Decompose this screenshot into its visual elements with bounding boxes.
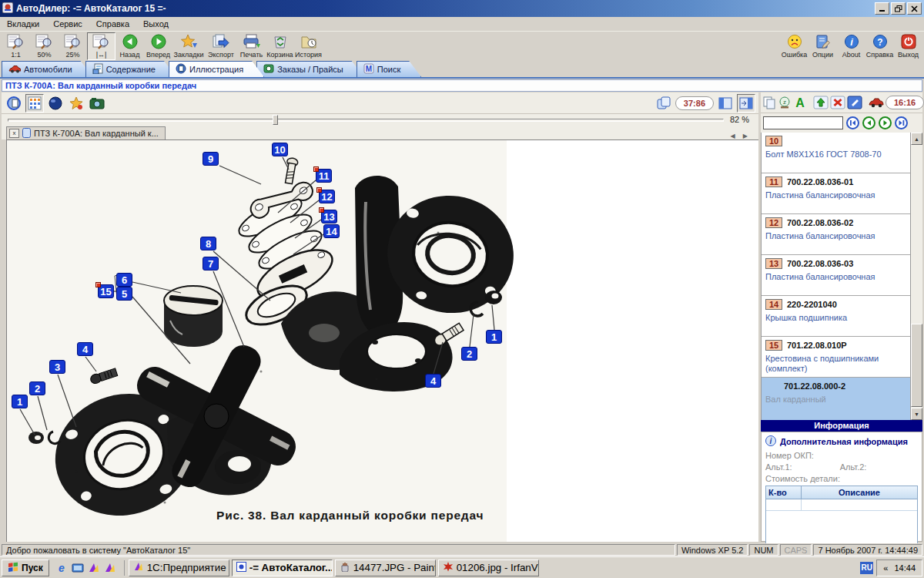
language-indicator[interactable]: RU bbox=[860, 562, 873, 574]
parts-scrollbar[interactable]: ▲ ▼ bbox=[910, 133, 922, 420]
tab-illustration[interactable]: Иллюстрация bbox=[169, 61, 264, 77]
callout-label-2[interactable]: 2 bbox=[461, 347, 477, 361]
history-button[interactable]: История bbox=[294, 32, 323, 60]
callout-label-15[interactable]: 15 bbox=[98, 284, 114, 298]
nav-first-button[interactable] bbox=[845, 116, 859, 130]
exit-button[interactable]: Выход bbox=[894, 32, 922, 60]
part-row[interactable]: 10Болт М8Х1Х16 ГОСТ 7808-70 bbox=[762, 133, 922, 173]
1c-quick-icon-2[interactable] bbox=[103, 561, 117, 575]
menu-service[interactable]: Сервис bbox=[46, 18, 89, 30]
options-button[interactable]: Опции bbox=[808, 32, 837, 60]
callout-label-7[interactable]: 7 bbox=[203, 257, 219, 271]
nav-last-button[interactable] bbox=[894, 116, 908, 130]
zoom-slider-track[interactable] bbox=[8, 119, 724, 122]
panel-left-icon[interactable] bbox=[716, 94, 735, 113]
scroll-thumb[interactable] bbox=[911, 324, 922, 407]
callout-label-1[interactable]: 1 bbox=[12, 395, 28, 408]
ie-icon[interactable]: e bbox=[55, 561, 69, 575]
help-button[interactable]: ?Справка bbox=[865, 32, 894, 60]
part-name: Болт М8Х1Х16 ГОСТ 7808-70 bbox=[765, 150, 919, 160]
callout-label-12[interactable]: 12 bbox=[319, 190, 335, 203]
camera-icon[interactable] bbox=[88, 94, 106, 113]
doc-scroll-arrows[interactable]: ◀ ▶ bbox=[730, 133, 751, 139]
1c-quick-icon[interactable] bbox=[87, 561, 101, 575]
main-toolbar: 1:1 50% 25% |↔| Назад Вперед Закладки Эк… bbox=[0, 32, 924, 61]
part-row-selected[interactable]: 701.22.08.000-2Вал карданный bbox=[762, 378, 922, 420]
zoom-fit-button[interactable]: |↔| bbox=[87, 32, 116, 60]
task-paint[interactable]: 14477.JPG - Paint bbox=[335, 560, 436, 576]
export-button[interactable]: Экспорт bbox=[205, 32, 237, 60]
menu-exit[interactable]: Выход bbox=[136, 18, 176, 30]
scroll-up-icon[interactable]: ▲ bbox=[911, 133, 922, 145]
callout-label-13[interactable]: 13 bbox=[321, 210, 337, 223]
task-autocatalog[interactable]: -= АвтоКаталог... bbox=[232, 560, 333, 576]
tab-contents[interactable]: Содержание bbox=[85, 61, 176, 77]
callout-label-2[interactable]: 2 bbox=[29, 381, 45, 395]
pages-icon[interactable] bbox=[654, 94, 673, 113]
tab-search[interactable]: MПоиск bbox=[357, 61, 421, 77]
menu-bar: Вкладки Сервис Справка Выход bbox=[0, 17, 924, 32]
task-irfanview[interactable]: 01206.jpg - IrfanVi... bbox=[438, 560, 539, 576]
info-subheader: i Дополнительная информация bbox=[765, 435, 918, 448]
zoom-50-button[interactable]: 50% bbox=[30, 32, 59, 60]
cart-button[interactable]: Корзина bbox=[266, 32, 294, 60]
edit-icon[interactable] bbox=[847, 94, 862, 111]
tab-orders-prices[interactable]: Заказы / Прайсы bbox=[256, 61, 364, 77]
callout-label-5[interactable]: 5 bbox=[116, 287, 132, 301]
print-button[interactable]: Печать bbox=[237, 32, 266, 60]
part-row[interactable]: 14220-2201040Крышка подшипника bbox=[762, 296, 922, 337]
move-up-icon[interactable] bbox=[813, 94, 829, 111]
minimize-button[interactable] bbox=[875, 2, 889, 15]
scroll-down-icon[interactable]: ▼ bbox=[911, 408, 922, 420]
description-column-header[interactable]: Описание bbox=[802, 486, 917, 499]
back-button[interactable]: Назад bbox=[116, 32, 144, 60]
parts-search-input[interactable] bbox=[763, 116, 843, 129]
start-button[interactable]: Пуск bbox=[2, 560, 49, 576]
view-mode-icon[interactable] bbox=[5, 94, 23, 113]
star-bookmark-icon[interactable] bbox=[67, 94, 85, 113]
menu-help[interactable]: Справка bbox=[89, 18, 136, 30]
error-button[interactable]: Ошибка bbox=[780, 32, 808, 60]
restore-button[interactable] bbox=[891, 2, 906, 15]
copy-icon[interactable] bbox=[762, 94, 776, 111]
close-button[interactable] bbox=[907, 2, 922, 15]
nav-prev-button[interactable] bbox=[862, 116, 875, 130]
font-icon[interactable]: A bbox=[793, 94, 807, 111]
part-number-badge: 10 bbox=[765, 136, 782, 146]
about-button[interactable]: iAbout bbox=[837, 32, 865, 60]
part-row[interactable]: 13700.22.08.036-03Пластина балансировочн… bbox=[762, 255, 922, 296]
vehicle-icon[interactable] bbox=[869, 94, 884, 111]
zoom-1-1-button[interactable]: 1:1 bbox=[2, 32, 30, 60]
tray-chevron[interactable]: « bbox=[883, 563, 888, 573]
nav-next-button[interactable] bbox=[878, 116, 892, 130]
stamp-icon[interactable]: z bbox=[778, 94, 792, 111]
part-row[interactable]: 12700.22.08.036-02Пластина балансировочн… bbox=[762, 214, 922, 255]
callout-label-4[interactable]: 4 bbox=[425, 374, 441, 388]
doc-close-icon[interactable]: x bbox=[9, 129, 19, 138]
qty-column-header[interactable]: К-во bbox=[766, 486, 802, 499]
sphere-icon[interactable] bbox=[46, 94, 65, 113]
callout-label-9[interactable]: 9 bbox=[203, 152, 219, 166]
callout-label-14[interactable]: 14 bbox=[323, 224, 340, 238]
part-row[interactable]: 15701.22.08.010РКрестовина с подшипникам… bbox=[762, 337, 922, 378]
callout-label-10[interactable]: 10 bbox=[272, 143, 288, 156]
callout-label-11[interactable]: 11 bbox=[316, 169, 332, 183]
tab-automobiles[interactable]: Автомобили bbox=[2, 61, 93, 77]
task-1c[interactable]: 1С:Предприятие ... bbox=[129, 560, 229, 576]
document-tab[interactable]: x ПТЗ К-700А: Вал карданный к... bbox=[6, 126, 166, 139]
callout-label-3[interactable]: 3 bbox=[49, 360, 65, 374]
thumbnails-icon[interactable] bbox=[25, 94, 44, 113]
forward-button[interactable]: Вперед bbox=[144, 32, 172, 60]
callout-label-4[interactable]: 4 bbox=[77, 342, 93, 356]
callout-label-1[interactable]: 1 bbox=[486, 330, 502, 344]
callout-label-8[interactable]: 8 bbox=[200, 237, 216, 250]
menu-tabs[interactable]: Вкладки bbox=[0, 18, 46, 30]
bookmarks-button[interactable]: Закладки bbox=[172, 32, 205, 60]
part-row[interactable]: 11700.22.08.036-01Пластина балансировочн… bbox=[762, 173, 922, 214]
zoom-slider-thumb[interactable] bbox=[273, 115, 278, 125]
delete-icon[interactable] bbox=[830, 94, 845, 111]
panel-right-icon[interactable] bbox=[737, 94, 755, 113]
callout-label-6[interactable]: 6 bbox=[116, 273, 132, 287]
desktop-icon[interactable] bbox=[71, 561, 85, 575]
zoom-25-button[interactable]: 25% bbox=[59, 32, 87, 60]
